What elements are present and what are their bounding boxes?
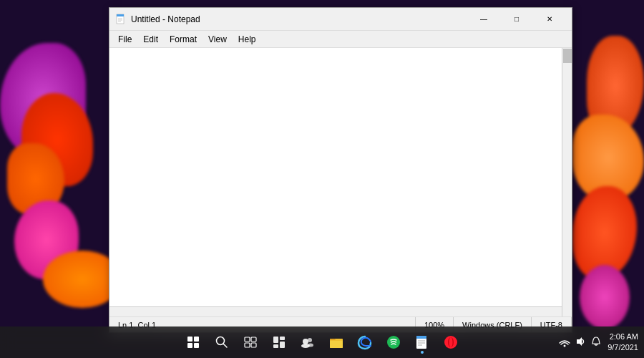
file-explorer-button[interactable]	[323, 329, 349, 355]
volume-icon[interactable]	[575, 336, 586, 349]
menu-bar: File Edit Format View Help	[109, 31, 572, 48]
notepad-window-icon	[115, 14, 127, 25]
svg-line-6	[223, 344, 227, 347]
menu-format[interactable]: Format	[164, 33, 203, 46]
svg-rect-7	[245, 337, 250, 342]
window-controls: — □ ✕	[467, 8, 566, 31]
bg-blob-9	[580, 265, 630, 329]
svg-rect-12	[280, 337, 285, 340]
edge-browser-button[interactable]	[352, 329, 378, 355]
clock-date: 9/7/2021	[608, 342, 638, 353]
horizontal-scrollbar[interactable]	[109, 306, 562, 316]
taskbar: 2:06 AM 9/7/2021	[0, 326, 644, 358]
clock[interactable]: 2:06 AM 9/7/2021	[608, 332, 638, 354]
search-taskbar-button[interactable]	[209, 329, 235, 355]
win-logo-quad-4	[194, 343, 199, 348]
svg-point-15	[303, 339, 308, 344]
svg-point-18	[308, 344, 313, 347]
desktop: Untitled - Notepad — □ ✕ File Edit Forma…	[0, 0, 644, 358]
maximize-button[interactable]: □	[500, 8, 533, 31]
svg-point-31	[564, 344, 566, 347]
win-logo-quad-1	[187, 337, 192, 342]
active-indicator-dot	[421, 351, 424, 354]
menu-help[interactable]: Help	[233, 33, 262, 46]
text-editor[interactable]	[109, 48, 572, 316]
svg-marker-32	[577, 337, 582, 346]
menu-edit[interactable]: Edit	[137, 33, 164, 46]
menu-file[interactable]: File	[112, 33, 137, 46]
svg-rect-8	[251, 337, 256, 342]
svg-rect-11	[273, 337, 278, 343]
svg-rect-23	[416, 336, 426, 339]
window-title: Untitled - Notepad	[131, 14, 467, 24]
vertical-scrollbar[interactable]	[562, 48, 572, 316]
notepad-window: Untitled - Notepad — □ ✕ File Edit Forma…	[109, 7, 572, 333]
widgets-button[interactable]	[266, 329, 292, 355]
task-view-button[interactable]	[238, 329, 263, 355]
svg-point-21	[387, 336, 400, 349]
start-button[interactable]	[180, 329, 206, 355]
svg-rect-13	[273, 344, 278, 348]
win-logo-quad-3	[187, 343, 192, 348]
svg-rect-9	[245, 343, 250, 347]
svg-point-30	[449, 337, 453, 347]
svg-rect-14	[280, 342, 285, 348]
svg-rect-10	[251, 343, 256, 347]
svg-rect-20	[330, 341, 343, 348]
title-bar: Untitled - Notepad — □ ✕	[109, 8, 572, 31]
network-icon[interactable]	[559, 336, 570, 349]
svg-point-16	[308, 338, 312, 342]
taskbar-right: 2:06 AM 9/7/2021	[559, 332, 638, 354]
notepad-taskbar-button[interactable]	[409, 329, 435, 355]
close-button[interactable]: ✕	[533, 8, 566, 31]
chat-button[interactable]	[295, 329, 321, 355]
notification-icon[interactable]	[590, 336, 602, 349]
minimize-button[interactable]: —	[467, 8, 500, 31]
win-logo-quad-2	[194, 337, 199, 342]
spotify-button[interactable]	[381, 329, 406, 355]
opera-button[interactable]	[438, 329, 464, 355]
scrollbar-thumb-v[interactable]	[563, 49, 572, 63]
menu-view[interactable]: View	[203, 33, 233, 46]
system-tray	[559, 336, 602, 349]
svg-rect-1	[117, 14, 124, 16]
text-area-container	[109, 48, 572, 316]
clock-time: 2:06 AM	[608, 332, 638, 342]
taskbar-center	[180, 329, 464, 355]
